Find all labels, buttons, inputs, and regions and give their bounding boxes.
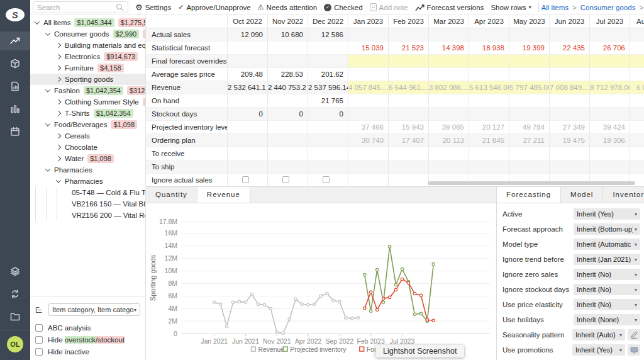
tree-item[interactable]: Sporting goods xyxy=(30,74,145,85)
column-header[interactable]: Dec 2022 xyxy=(308,15,348,28)
rail-item-reports[interactable] xyxy=(0,77,30,96)
tab-forecasting[interactable]: Forecasting xyxy=(497,187,561,203)
checkbox[interactable] xyxy=(35,348,43,356)
tree-item[interactable]: Chocolate xyxy=(30,142,145,153)
checkbox[interactable] xyxy=(35,324,43,332)
checkbox[interactable] xyxy=(35,336,43,344)
setting-select[interactable]: Inherit (Yes)▾ xyxy=(572,344,625,356)
legend-swatch[interactable] xyxy=(283,347,287,351)
tree-item[interactable]: Building materials and equipment xyxy=(30,40,145,51)
table-cell[interactable] xyxy=(469,55,509,67)
approve-button[interactable]: ✓ Approve/Unapprove xyxy=(178,3,251,11)
table-cell[interactable] xyxy=(228,174,268,186)
search-input[interactable]: Search xyxy=(33,1,128,13)
table-cell[interactable] xyxy=(308,174,348,186)
table-cell[interactable] xyxy=(509,55,550,67)
tree-item[interactable]: Fashion$1,042,354$312,877 xyxy=(30,85,145,96)
filter-checkbox-row[interactable]: Hide overstock/stockout xyxy=(35,334,140,346)
chevron-down-icon[interactable] xyxy=(35,19,40,24)
chevron-right-icon[interactable] xyxy=(56,133,61,138)
setting-select[interactable]: Inherit (Jan 2021)▾ xyxy=(574,254,640,265)
table-cell[interactable] xyxy=(268,174,308,186)
column-header[interactable]: Apr 2023 xyxy=(469,15,509,28)
tree-item[interactable]: Consumer goods$2,990$961 xyxy=(30,28,145,40)
rail-item-inventory[interactable] xyxy=(0,54,30,73)
checked-button[interactable]: ✓ Checked xyxy=(324,4,362,11)
tree-item[interactable]: Pharmacies xyxy=(30,164,145,176)
lightshot-tooltip[interactable]: Lightshot Screenshot xyxy=(375,345,464,357)
column-header[interactable]: Jul 2023 xyxy=(590,15,630,28)
tree-item[interactable]: VB2166 150 — Vital Blue 150 g xyxy=(30,198,145,210)
chevron-down-icon[interactable] xyxy=(45,166,50,171)
chevron-right-icon[interactable] xyxy=(56,156,61,161)
column-header[interactable]: Aug 2023 xyxy=(630,15,644,28)
needs-attention-button[interactable]: ⚠ Needs attention xyxy=(258,3,317,11)
ignore-sales-checkbox[interactable] xyxy=(242,176,249,183)
add-note-button[interactable]: Add note xyxy=(370,3,408,11)
forecast-versions-button[interactable]: Forecast versions xyxy=(415,4,484,11)
filter-checkbox-row[interactable]: ABC analysis xyxy=(35,322,140,334)
column-header[interactable]: Jun 2023 xyxy=(550,15,590,28)
tree-item[interactable]: All items$1,045,344$1,275,515 xyxy=(30,17,145,28)
chevron-down-icon[interactable] xyxy=(45,30,50,35)
chevron-right-icon[interactable] xyxy=(56,43,61,48)
tree-item[interactable]: VR2156 200 — Vital Reds 200 xyxy=(30,210,145,221)
column-header[interactable]: Jan 2023 xyxy=(348,15,389,28)
setting-select[interactable]: Inherit (No)▾ xyxy=(574,299,640,310)
table-cell[interactable] xyxy=(550,55,590,67)
rail-item-layers[interactable] xyxy=(0,262,30,281)
tree-item[interactable]: Water$1,098 xyxy=(30,153,145,164)
show-rows-button[interactable]: Show rows ▾ xyxy=(491,4,531,11)
tab-quantity[interactable]: Quantity xyxy=(146,187,197,203)
tree-item[interactable]: Cereals xyxy=(30,130,145,142)
column-header[interactable]: Nov 2022 xyxy=(268,15,308,28)
group-by-select[interactable]: Item category, Item category ▾ xyxy=(48,303,140,316)
tree-item[interactable]: Electronics$914,673 xyxy=(30,51,145,62)
setting-select[interactable]: Inherit (No)▾ xyxy=(574,269,640,280)
column-header[interactable]: May 2023 xyxy=(509,15,550,28)
tree-item[interactable]: 05-T48 — Cold & Flu Tablets xyxy=(30,187,145,198)
rail-item-sync[interactable] xyxy=(0,284,30,303)
rail-item-projects[interactable] xyxy=(0,307,30,326)
chevron-right-icon[interactable] xyxy=(56,145,61,150)
chevron-down-icon[interactable] xyxy=(56,177,61,183)
tree-item[interactable]: Food/Beverages$1,098 xyxy=(30,119,145,130)
setting-select[interactable]: Inherit (Automatic ...▾ xyxy=(574,239,640,250)
ignore-sales-checkbox[interactable] xyxy=(282,176,289,183)
breadcrumb-consumer-goods[interactable]: Consumer goods xyxy=(580,4,636,11)
app-logo[interactable]: S xyxy=(6,8,25,21)
tab-model[interactable]: Model xyxy=(561,187,603,203)
legend-swatch[interactable] xyxy=(360,347,364,351)
chevron-down-icon[interactable] xyxy=(45,87,50,92)
chevron-right-icon[interactable] xyxy=(56,99,61,104)
setting-select[interactable]: Inherit (None)▾ xyxy=(574,314,640,325)
setting-select[interactable]: Inherit (Bottom-up)▾ xyxy=(574,223,640,235)
legend-swatch[interactable] xyxy=(251,347,255,351)
chevron-down-icon[interactable] xyxy=(45,121,50,126)
rail-item-kpi[interactable] xyxy=(0,99,30,118)
tree-item[interactable]: Clothing Summer Style$312,877 xyxy=(30,96,145,108)
tree-item[interactable]: Pharmacies xyxy=(30,176,145,187)
column-header[interactable]: Mar 2023 xyxy=(429,15,469,28)
chevron-right-icon[interactable] xyxy=(56,65,61,70)
tree-item[interactable]: T-Shirts$1,042,354 xyxy=(30,108,145,119)
column-header[interactable]: Oct 2022 xyxy=(228,15,268,28)
settings-button[interactable]: ⚙ Settings xyxy=(135,3,171,11)
filter-checkbox-row[interactable]: Hide inactive xyxy=(35,346,140,357)
setting-select[interactable]: Inherit (Auto)▾ xyxy=(572,329,625,340)
tab-revenue[interactable]: Revenue xyxy=(197,187,250,203)
chevron-right-icon[interactable] xyxy=(56,54,61,59)
chevron-right-icon[interactable] xyxy=(56,77,61,82)
setting-select[interactable]: Inherit (Yes)▾ xyxy=(574,208,640,220)
breadcrumb-all-items[interactable]: All items xyxy=(541,4,569,11)
table-cell[interactable] xyxy=(590,55,630,67)
table-cell[interactable] xyxy=(348,55,389,67)
tab-inventory[interactable]: Inventory xyxy=(603,187,644,203)
table-cell[interactable] xyxy=(630,55,644,67)
column-header[interactable]: Feb 2023 xyxy=(389,15,429,28)
ignore-sales-checkbox[interactable] xyxy=(323,176,330,183)
horizontal-scrollbar[interactable] xyxy=(428,181,635,185)
screen-icon-button[interactable] xyxy=(628,344,640,356)
pencil-icon-button[interactable] xyxy=(628,329,640,340)
chevron-right-icon[interactable] xyxy=(56,111,61,116)
